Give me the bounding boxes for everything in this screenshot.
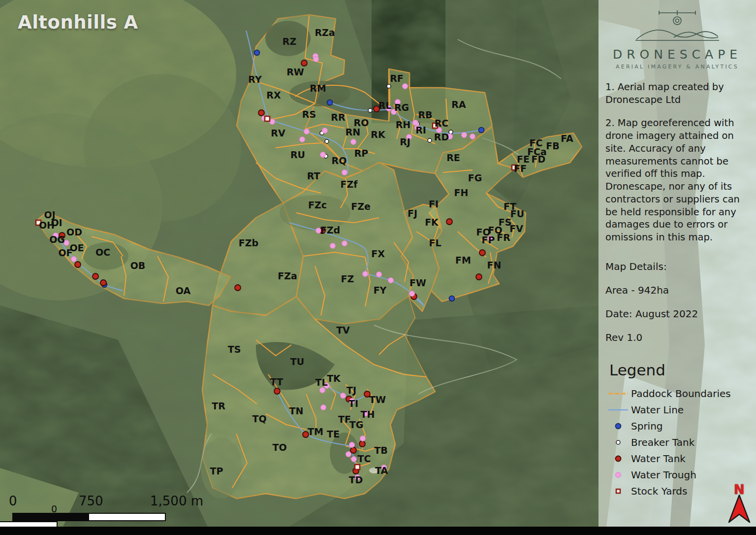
legend-item-spring: Spring — [605, 418, 749, 435]
marker-stockyard — [265, 116, 270, 121]
north-arrow: N — [724, 485, 754, 525]
marker-stockyard — [355, 465, 360, 469]
marker-trough — [300, 137, 305, 142]
paddock-label-FY: FY — [374, 285, 387, 296]
paddock-label-TG: TG — [349, 419, 364, 430]
paddock-label-RM: RM — [310, 83, 326, 94]
paddock-label-RL: RL — [378, 100, 392, 111]
paddock-line-icon — [605, 391, 631, 397]
marker-trough — [470, 134, 475, 139]
map-title: Altonhills A — [18, 12, 138, 33]
paddock-label-TA: TA — [375, 465, 388, 476]
dronescape-logo-icon — [635, 9, 719, 44]
paddock-label-RH: RH — [396, 119, 411, 130]
paddock-label-FZe: FZe — [351, 201, 371, 212]
paddock-label-FJ: FJ — [408, 208, 417, 219]
paddock-label-RT: RT — [307, 170, 320, 181]
paddock-label-FZb: FZb — [239, 237, 258, 248]
paddock-label-OB: OB — [130, 260, 146, 271]
paddock-label-TQ: TQ — [252, 413, 266, 424]
paddock-label-TW: TW — [369, 394, 386, 405]
marker-tank — [301, 60, 307, 66]
paddock-label-RB: RB — [418, 109, 432, 120]
legend-label: Water Line — [631, 404, 684, 416]
paddock-label-TU: TU — [290, 356, 304, 367]
legend-label: Breaker Tank — [631, 436, 694, 448]
marker-tank — [93, 273, 98, 279]
marker-spring — [327, 100, 333, 105]
aerial-map-page: { "title": "Altonhills A", "sidebar": { … — [0, 0, 756, 535]
paddock-label-RD: RD — [434, 132, 449, 142]
north-label: N — [724, 485, 754, 495]
trough-icon — [605, 470, 631, 479]
paddock-label-OG: OG — [49, 234, 65, 245]
map-rev: Rev 1.0 — [605, 332, 749, 343]
paddock-label-RR: RR — [331, 112, 346, 123]
paddock-label-TV: TV — [336, 325, 350, 335]
paddock-label-OH: OH — [39, 220, 55, 231]
paddock-label-TD: TD — [349, 474, 363, 485]
paddock-label-FA: FA — [561, 133, 573, 144]
paddock-label-FZf: FZf — [340, 179, 358, 190]
paddock-label-FN: FN — [487, 260, 502, 270]
scale-label-end: 1,500 m — [150, 494, 203, 508]
tank-icon — [605, 454, 631, 463]
map-area: Area - 942ha — [605, 284, 749, 296]
marker-trough — [388, 278, 394, 283]
north-arrow-icon — [728, 495, 751, 523]
paddock-label-FZa: FZa — [278, 270, 297, 281]
bottom-black-strip — [0, 527, 756, 535]
scale-bar-main — [12, 513, 166, 521]
marker-trough — [320, 152, 326, 158]
marker-tank — [446, 219, 452, 225]
scale-bar: 0 750 1,500 m 0 — [0, 492, 207, 527]
paddock-label-RG: RG — [394, 102, 409, 113]
paddock-label-TI: TI — [348, 398, 358, 409]
paddock-label-TO: TO — [272, 442, 286, 453]
paddock-label-OA: OA — [176, 285, 191, 296]
marker-trough — [304, 129, 310, 134]
marker-tank — [258, 110, 264, 116]
marker-tank — [359, 441, 365, 447]
marker-trough — [351, 139, 356, 145]
marker-tank — [350, 447, 356, 453]
paddock-label-RY: RY — [248, 74, 262, 85]
paddock-label-RA: RA — [451, 99, 466, 110]
paddock-label-TB: TB — [374, 445, 387, 456]
paddock-label-TT: TT — [270, 376, 283, 387]
scale-bar-main-black-half — [13, 514, 89, 520]
breaker-icon — [605, 438, 631, 447]
marker-trough — [342, 241, 347, 246]
legend-label: Water Tank — [631, 453, 686, 465]
marker-trough — [322, 128, 328, 134]
note-1: 1. Aerial map created by Dronescape Ltd — [605, 81, 749, 106]
paddock-label-RC: RC — [435, 118, 449, 129]
paddock-label-RS: RS — [302, 109, 316, 120]
paddock-label-RN: RN — [346, 127, 361, 137]
paddock-label-FG: FG — [468, 172, 482, 183]
marker-spring — [449, 296, 455, 301]
marker-trough — [321, 405, 326, 410]
paddock-label-FP: FP — [482, 234, 495, 245]
marker-trough — [341, 393, 346, 399]
legend-item-breaker: Breaker Tank — [605, 435, 749, 451]
paddock-label-TL: TL — [315, 377, 327, 388]
marker-breaker — [428, 138, 432, 142]
paddock-label-FW: FW — [410, 277, 426, 288]
scale-label-mid: 750 — [79, 494, 103, 508]
paddock-label-TJ: TJ — [346, 385, 356, 396]
brand-name: DRONESCAPE — [605, 47, 749, 62]
marker-trough — [410, 291, 415, 297]
paddock-label-RZ: RZ — [283, 36, 296, 47]
legend-item-tank: Water Tank — [605, 451, 749, 467]
legend-label: Spring — [631, 420, 663, 432]
marker-trough — [360, 436, 366, 441]
paddock-label-TE: TE — [327, 429, 340, 439]
marker-tank — [274, 388, 280, 394]
marker-breaker — [325, 139, 329, 143]
legend: Paddock BoundariesWater LineSpringBreake… — [605, 386, 749, 500]
marker-spring — [254, 50, 260, 56]
paddock-label-RP: RP — [354, 148, 369, 159]
map-date: Date: August 2022 — [605, 308, 749, 320]
paddock-label-RK: RK — [371, 129, 386, 140]
